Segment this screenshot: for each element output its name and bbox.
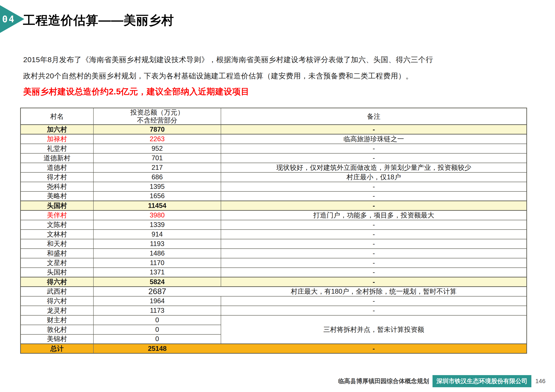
remark-cell: - [221,153,527,163]
investment-value-cell: 1339 [94,220,221,229]
remark-cell: - [221,182,527,192]
table-row: 加禄村2263临高旅游珍珠链之一 [21,134,527,144]
investment-value-cell: 2687 [94,287,221,296]
footer-project-name: 临高县博厚镇田园综合体概念规划 [338,377,429,385]
investment-value-cell: 1486 [94,249,221,258]
footer-page-number: 146 [535,378,546,385]
village-name-cell: 得六村 [21,277,94,287]
remark-cell: - [221,125,527,134]
table-row: 加六村7870- [21,125,527,134]
village-name-cell: 龙灵村 [21,306,94,315]
investment-value-cell: 25148 [94,344,221,353]
investment-value-cell: 686 [94,172,221,182]
table-row: 得六村5824- [21,277,527,287]
cost-table: 村名 投资总额（万元） 不含经营部分 备注 加六村7870-加禄村2263临高旅… [20,108,527,354]
table-row: 文陈村1339- [21,220,527,229]
investment-value-cell: 1371 [94,268,221,277]
remark-cell: - [221,258,527,268]
remark-cell: 村庄最小，仅18户 [221,172,527,182]
village-name-cell: 财主村 [21,315,94,325]
section-number: 04 [0,5,18,33]
remark-cell: - [221,296,527,306]
village-name-cell: 文林村 [21,229,94,239]
table-row: 龙灵村1173- [21,306,527,315]
investment-value-cell: 217 [94,163,221,172]
highlight-statement: 美丽乡村建设总造价约2.5亿元，建议全部纳入近期建设项目 [23,86,249,98]
village-name-cell: 加禄村 [21,134,94,144]
remark-cell: - [221,306,527,315]
investment-value-cell: 5824 [94,277,221,287]
investment-value-cell: 0 [94,315,221,325]
table-row: 得六村1964- [21,296,527,306]
investment-value-cell: 11454 [94,201,221,211]
intro-line-1: 2015年8月发布了《海南省美丽乡村规划建设技术导则》，根据海南省美丽乡村建设考… [23,51,478,68]
remark-cell: - [221,192,527,201]
investment-value-cell: 3980 [94,211,221,220]
table-row: 道德新村701- [21,153,527,163]
table-row: 美略村1656- [21,192,527,201]
table-row: 和天村1193- [21,239,527,249]
village-name-cell: 得才村 [21,172,94,182]
cost-table-wrapper: 村名 投资总额（万元） 不含经营部分 备注 加六村7870-加禄村2263临高旅… [20,108,527,354]
village-name-cell: 道德新村 [21,153,94,163]
village-name-cell: 武西村 [21,287,94,296]
investment-value-cell: 7870 [94,125,221,134]
remark-cell: - [221,144,527,153]
village-name-cell: 得六村 [21,296,94,306]
village-name-cell: 头国村 [21,268,94,277]
table-row: 头国村11454- [21,201,527,211]
table-row: 尧科村1395- [21,182,527,192]
header-investment-line1: 投资总额（万元） [96,108,219,116]
remark-cell: - [221,277,527,287]
table-row: 礼堂村952- [21,144,527,153]
header-remark: 备注 [221,108,527,125]
remark-cell: - [221,249,527,258]
investment-value-cell: 1964 [94,296,221,306]
village-name-cell: 敦化村 [21,325,94,334]
table-row: 美伴村3980打造门户，功能多，项目多，投资额最大 [21,211,527,220]
table-row: 得才村686村庄最小，仅18户 [21,172,527,182]
remark-cell-merged: 三村将拆村并点，暂未计算投资额 [221,315,527,344]
table-row: 文林村914- [21,229,527,239]
investment-value-cell: 0 [94,334,221,344]
village-name-cell: 尧科村 [21,182,94,192]
table-row: 武西村2687村庄最大，有180户，全村拆除，统一规划，暂时不计算 [21,287,527,296]
header-village: 村名 [21,108,94,125]
village-name-cell: 文陈村 [21,220,94,229]
table-row: 财主村0三村将拆村并点，暂未计算投资额 [21,315,527,325]
remark-cell: 打造门户，功能多，项目多，投资额最大 [221,211,527,220]
village-name-cell: 礼堂村 [21,144,94,153]
investment-value-cell: 952 [94,144,221,153]
remark-cell: - [221,229,527,239]
investment-value-cell: 701 [94,153,221,163]
investment-value-cell: 2263 [94,134,221,144]
remark-cell: - [221,239,527,249]
intro-paragraph: 2015年8月发布了《海南省美丽乡村规划建设技术导则》，根据海南省美丽乡村建设考… [23,51,478,84]
investment-value-cell: 1193 [94,239,221,249]
village-name-cell: 美锦村 [21,334,94,344]
village-name-cell: 总计 [21,344,94,353]
remark-cell: 现状较好，仅对建筑外立面做改造，并策划少量产业，投资额较少 [221,163,527,172]
village-name-cell: 头国村 [21,201,94,211]
investment-value-cell: 1395 [94,182,221,192]
investment-value-cell: 914 [94,229,221,239]
remark-cell: - [221,201,527,211]
table-body: 加六村7870-加禄村2263临高旅游珍珠链之一礼堂村952-道德新村701-道… [21,125,527,353]
table-row: 和盛村1486- [21,249,527,258]
header-investment-line2: 不含经营部分 [96,116,219,124]
investment-value-cell: 1170 [94,258,221,268]
remark-cell: 临高旅游珍珠链之一 [221,134,527,144]
intro-line-2: 政村共20个自然村的美丽乡村规划，下表为各村基础设施建工程造价估算（建安费用，未… [23,68,478,84]
investment-value-cell: 1656 [94,192,221,201]
village-name-cell: 道德村 [21,163,94,172]
slide-page: { "badge": { "number": "04" }, "title": … [0,0,555,392]
village-name-cell: 加六村 [21,125,94,134]
remark-cell: - [221,268,527,277]
village-name-cell: 和盛村 [21,249,94,258]
footer: 临高县博厚镇田园综合体概念规划 深圳市铁汉生态环境股份有限公司 146 [338,375,546,387]
page-title: 工程造价估算——美丽乡村 [23,12,174,29]
table-row: 总计25148- [21,344,527,353]
footer-company-badge: 深圳市铁汉生态环境股份有限公司 [432,375,531,387]
header-investment: 投资总额（万元） 不含经营部分 [94,108,221,125]
village-name-cell: 美伴村 [21,211,94,220]
